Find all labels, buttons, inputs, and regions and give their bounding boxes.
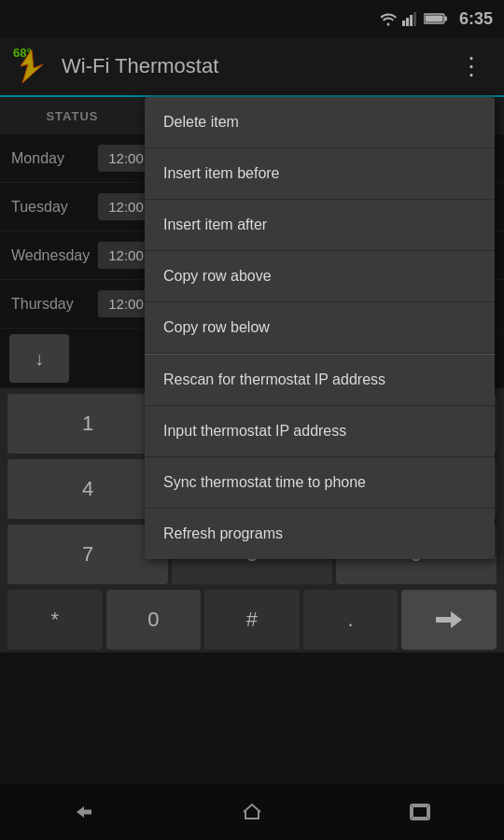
- menu-item-delete[interactable]: Delete item: [145, 97, 495, 148]
- menu-item-rescan-ip[interactable]: Rescan for thermostat IP address: [145, 355, 495, 406]
- context-menu: Delete item Insert item before Insert it…: [145, 97, 495, 559]
- menu-item-copy-below[interactable]: Copy row below: [145, 302, 495, 354]
- menu-item-insert-after[interactable]: Insert item after: [145, 200, 495, 251]
- context-menu-overlay[interactable]: Delete item Insert item before Insert it…: [0, 0, 504, 840]
- menu-item-refresh[interactable]: Refresh programs: [145, 509, 495, 559]
- menu-item-copy-above[interactable]: Copy row above: [145, 251, 495, 302]
- menu-item-input-ip[interactable]: Input thermostat IP address: [145, 406, 495, 457]
- menu-item-insert-before[interactable]: Insert item before: [145, 148, 495, 200]
- menu-item-sync-time[interactable]: Sync thermostat time to phone: [145, 457, 495, 509]
